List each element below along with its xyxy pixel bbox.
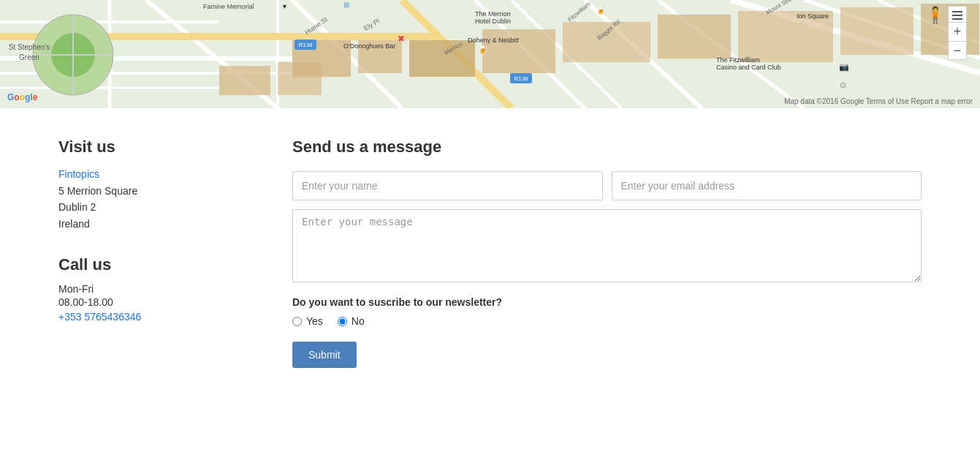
svg-text:Famine Memorial: Famine Memorial — [203, 3, 254, 10]
address-line1: 5 Merrion Square — [58, 183, 263, 199]
svg-text:R138: R138 — [298, 42, 313, 48]
svg-text:⊙: ⊙ — [840, 80, 846, 89]
newsletter-no-radio[interactable] — [338, 317, 347, 326]
content-section: Visit us Fintopics 5 Merrion Square Dubl… — [0, 108, 980, 412]
svg-text:🍺: 🍺 — [478, 45, 488, 55]
svg-rect-27 — [219, 66, 270, 95]
svg-text:📷: 📷 — [839, 61, 849, 72]
map-pegman[interactable]: 🧍 — [925, 6, 945, 25]
svg-text:The Fitzwilliam: The Fitzwilliam — [716, 56, 760, 64]
form-name-email-row — [292, 171, 922, 200]
newsletter-yes-label: Yes — [306, 315, 323, 327]
svg-rect-20 — [409, 40, 475, 77]
email-input[interactable] — [612, 171, 922, 200]
company-name: Fintopics — [58, 168, 263, 180]
newsletter-label: Do you want to suscribe to our newslette… — [292, 296, 922, 308]
form-heading: Send us a message — [292, 138, 922, 157]
svg-rect-21 — [482, 29, 555, 73]
call-hours: 08.00-18.00 — [58, 296, 263, 308]
svg-rect-28 — [278, 62, 322, 95]
map-attribution: Map data ©2016 Google Terms of Use Repor… — [784, 97, 973, 105]
zoom-out-button[interactable]: − — [948, 41, 967, 60]
svg-text:O'Donoghues Bar: O'Donoghues Bar — [343, 42, 395, 50]
name-input[interactable] — [292, 171, 603, 200]
map-container: Hume St Ely Pl Merrion Fitzwilliam Baggo… — [0, 0, 980, 108]
svg-text:▼: ▼ — [281, 3, 288, 10]
svg-text:The Merrion: The Merrion — [475, 10, 511, 18]
call-section: Call us Mon-Fri 08.00-18.00 +353 5765436… — [58, 255, 263, 323]
svg-text:Green: Green — [19, 53, 39, 61]
map-zoom-controls: + − — [948, 22, 967, 60]
newsletter-section: Do you want to suscribe to our newslette… — [292, 296, 922, 327]
visit-section: Visit us Fintopics 5 Merrion Square Dubl… — [58, 138, 263, 368]
google-logo: Google — [7, 92, 37, 102]
svg-text:Casino and Card Club: Casino and Card Club — [716, 64, 781, 71]
svg-text:Ion Square: Ion Square — [797, 12, 829, 20]
call-days: Mon-Fri — [58, 283, 263, 295]
address-line3: Ireland — [58, 216, 263, 232]
message-textarea[interactable] — [292, 209, 922, 282]
call-phone: +353 5765436346 — [58, 311, 263, 323]
zoom-in-button[interactable]: + — [948, 22, 967, 41]
newsletter-no-option[interactable]: No — [338, 315, 365, 327]
call-heading: Call us — [58, 255, 263, 274]
newsletter-yes-radio[interactable] — [292, 317, 302, 326]
svg-rect-23 — [658, 15, 731, 59]
visit-heading: Visit us — [58, 138, 263, 157]
svg-text:🍺: 🍺 — [596, 6, 606, 15]
contact-form-section: Send us a message Do you want to suscrib… — [292, 138, 922, 368]
submit-button[interactable]: Submit — [292, 342, 357, 368]
svg-text:R138: R138 — [514, 75, 528, 82]
address-line2: Dublin 2 — [58, 199, 263, 215]
svg-text:St Stephen's: St Stephen's — [9, 43, 50, 51]
newsletter-yes-option[interactable]: Yes — [292, 315, 323, 327]
newsletter-radio-group: Yes No — [292, 315, 922, 327]
svg-text:⊞: ⊞ — [343, 1, 349, 9]
newsletter-no-label: No — [352, 315, 365, 327]
svg-rect-25 — [840, 7, 913, 55]
svg-text:Doheny & Nesbitt: Doheny & Nesbitt — [468, 37, 520, 44]
svg-text:Hotel Dublin: Hotel Dublin — [475, 18, 511, 25]
svg-text:✖: ✖ — [398, 34, 405, 44]
